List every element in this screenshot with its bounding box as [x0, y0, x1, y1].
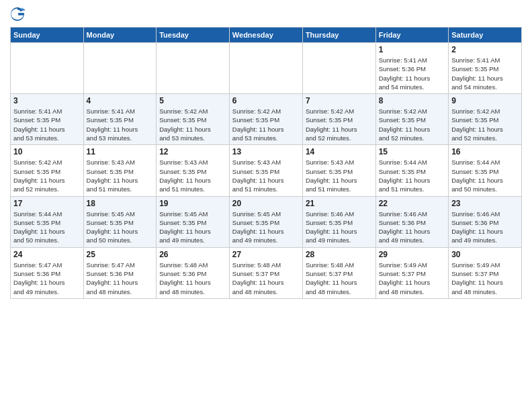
day-info: Sunrise: 5:41 AM Sunset: 5:35 PM Dayligh…: [87, 107, 154, 142]
logo: [10, 7, 28, 21]
day-number: 6: [232, 96, 300, 105]
day-number: 27: [232, 250, 300, 259]
day-info: Sunrise: 5:41 AM Sunset: 5:36 PM Dayligh…: [379, 56, 446, 91]
day-info: Sunrise: 5:47 AM Sunset: 5:36 PM Dayligh…: [13, 261, 81, 296]
day-info: Sunrise: 5:45 AM Sunset: 5:35 PM Dayligh…: [87, 210, 154, 245]
calendar-table: SundayMondayTuesdayWednesdayThursdayFrid…: [10, 27, 522, 299]
day-info: Sunrise: 5:43 AM Sunset: 5:35 PM Dayligh…: [306, 158, 373, 193]
day-info: Sunrise: 5:42 AM Sunset: 5:35 PM Dayligh…: [232, 107, 300, 142]
day-info: Sunrise: 5:49 AM Sunset: 5:37 PM Dayligh…: [451, 261, 519, 296]
calendar-header-tuesday: Tuesday: [157, 28, 230, 43]
day-number: 12: [159, 147, 226, 156]
day-number: 24: [13, 250, 81, 259]
calendar-cell: 22Sunrise: 5:46 AM Sunset: 5:36 PM Dayli…: [375, 196, 449, 247]
calendar-cell: 5Sunrise: 5:42 AM Sunset: 5:35 PM Daylig…: [157, 94, 230, 145]
day-info: Sunrise: 5:41 AM Sunset: 5:35 PM Dayligh…: [451, 56, 519, 91]
day-number: 21: [306, 199, 373, 208]
day-number: 20: [232, 199, 300, 208]
calendar-week-row: 3Sunrise: 5:41 AM Sunset: 5:35 PM Daylig…: [11, 94, 522, 145]
day-info: Sunrise: 5:42 AM Sunset: 5:35 PM Dayligh…: [306, 107, 373, 142]
day-info: Sunrise: 5:43 AM Sunset: 5:35 PM Dayligh…: [232, 158, 300, 193]
day-number: 16: [451, 147, 519, 156]
calendar-cell: 20Sunrise: 5:45 AM Sunset: 5:35 PM Dayli…: [229, 196, 302, 247]
day-info: Sunrise: 5:42 AM Sunset: 5:35 PM Dayligh…: [379, 107, 446, 142]
day-info: Sunrise: 5:49 AM Sunset: 5:37 PM Dayligh…: [379, 261, 446, 296]
calendar-cell: 11Sunrise: 5:43 AM Sunset: 5:35 PM Dayli…: [83, 145, 157, 196]
calendar-cell: [302, 43, 375, 94]
calendar-week-row: 17Sunrise: 5:44 AM Sunset: 5:35 PM Dayli…: [11, 196, 522, 247]
calendar-cell: [229, 43, 302, 94]
day-info: Sunrise: 5:48 AM Sunset: 5:36 PM Dayligh…: [159, 261, 226, 296]
day-info: Sunrise: 5:43 AM Sunset: 5:35 PM Dayligh…: [159, 158, 226, 193]
day-number: 29: [379, 250, 446, 259]
day-number: 30: [451, 250, 519, 259]
calendar-cell: 2Sunrise: 5:41 AM Sunset: 5:35 PM Daylig…: [449, 43, 522, 94]
calendar-cell: 8Sunrise: 5:42 AM Sunset: 5:35 PM Daylig…: [375, 94, 449, 145]
day-number: 14: [306, 147, 373, 156]
day-number: 13: [232, 147, 300, 156]
day-number: 26: [159, 250, 226, 259]
calendar-cell: 3Sunrise: 5:41 AM Sunset: 5:35 PM Daylig…: [11, 94, 84, 145]
calendar-cell: [157, 43, 230, 94]
day-number: 2: [451, 45, 519, 54]
calendar-cell: 4Sunrise: 5:41 AM Sunset: 5:35 PM Daylig…: [83, 94, 157, 145]
day-number: 9: [451, 96, 519, 105]
day-number: 8: [379, 96, 446, 105]
calendar-header-sunday: Sunday: [11, 28, 84, 43]
day-info: Sunrise: 5:41 AM Sunset: 5:35 PM Dayligh…: [13, 107, 81, 142]
calendar-header-thursday: Thursday: [302, 28, 375, 43]
day-number: 10: [13, 147, 81, 156]
calendar-cell: [83, 43, 157, 94]
day-info: Sunrise: 5:46 AM Sunset: 5:36 PM Dayligh…: [379, 210, 446, 245]
calendar-cell: 10Sunrise: 5:42 AM Sunset: 5:35 PM Dayli…: [11, 145, 84, 196]
calendar-cell: [11, 43, 84, 94]
calendar-cell: 23Sunrise: 5:46 AM Sunset: 5:36 PM Dayli…: [449, 196, 522, 247]
calendar-cell: 26Sunrise: 5:48 AM Sunset: 5:36 PM Dayli…: [157, 247, 230, 298]
day-info: Sunrise: 5:44 AM Sunset: 5:35 PM Dayligh…: [379, 158, 446, 193]
day-info: Sunrise: 5:46 AM Sunset: 5:36 PM Dayligh…: [451, 210, 519, 245]
calendar-cell: 1Sunrise: 5:41 AM Sunset: 5:36 PM Daylig…: [375, 43, 449, 94]
calendar-cell: 15Sunrise: 5:44 AM Sunset: 5:35 PM Dayli…: [375, 145, 449, 196]
calendar-header-monday: Monday: [83, 28, 157, 43]
calendar-header-row: SundayMondayTuesdayWednesdayThursdayFrid…: [11, 28, 522, 43]
day-number: 1: [379, 45, 446, 54]
calendar-week-row: 1Sunrise: 5:41 AM Sunset: 5:36 PM Daylig…: [11, 43, 522, 94]
calendar-header-friday: Friday: [375, 28, 449, 43]
day-info: Sunrise: 5:44 AM Sunset: 5:35 PM Dayligh…: [451, 158, 519, 193]
day-number: 25: [87, 250, 154, 259]
day-info: Sunrise: 5:47 AM Sunset: 5:36 PM Dayligh…: [87, 261, 154, 296]
day-info: Sunrise: 5:43 AM Sunset: 5:35 PM Dayligh…: [87, 158, 154, 193]
day-info: Sunrise: 5:44 AM Sunset: 5:35 PM Dayligh…: [13, 210, 81, 245]
day-info: Sunrise: 5:42 AM Sunset: 5:35 PM Dayligh…: [451, 107, 519, 142]
calendar-cell: 27Sunrise: 5:48 AM Sunset: 5:37 PM Dayli…: [229, 247, 302, 298]
logo-icon: [10, 7, 25, 21]
day-number: 22: [379, 199, 446, 208]
day-info: Sunrise: 5:42 AM Sunset: 5:35 PM Dayligh…: [159, 107, 226, 142]
calendar-cell: 7Sunrise: 5:42 AM Sunset: 5:35 PM Daylig…: [302, 94, 375, 145]
day-number: 7: [306, 96, 373, 105]
calendar-cell: 9Sunrise: 5:42 AM Sunset: 5:35 PM Daylig…: [449, 94, 522, 145]
calendar-cell: 19Sunrise: 5:45 AM Sunset: 5:35 PM Dayli…: [157, 196, 230, 247]
day-info: Sunrise: 5:48 AM Sunset: 5:37 PM Dayligh…: [232, 261, 300, 296]
day-info: Sunrise: 5:46 AM Sunset: 5:35 PM Dayligh…: [306, 210, 373, 245]
calendar-cell: 14Sunrise: 5:43 AM Sunset: 5:35 PM Dayli…: [302, 145, 375, 196]
day-number: 28: [306, 250, 373, 259]
calendar-cell: 16Sunrise: 5:44 AM Sunset: 5:35 PM Dayli…: [449, 145, 522, 196]
calendar-cell: 6Sunrise: 5:42 AM Sunset: 5:35 PM Daylig…: [229, 94, 302, 145]
day-number: 18: [87, 199, 154, 208]
calendar-cell: 17Sunrise: 5:44 AM Sunset: 5:35 PM Dayli…: [11, 196, 84, 247]
calendar-week-row: 10Sunrise: 5:42 AM Sunset: 5:35 PM Dayli…: [11, 145, 522, 196]
calendar-cell: 18Sunrise: 5:45 AM Sunset: 5:35 PM Dayli…: [83, 196, 157, 247]
calendar-cell: 13Sunrise: 5:43 AM Sunset: 5:35 PM Dayli…: [229, 145, 302, 196]
calendar-week-row: 24Sunrise: 5:47 AM Sunset: 5:36 PM Dayli…: [11, 247, 522, 298]
calendar-cell: 25Sunrise: 5:47 AM Sunset: 5:36 PM Dayli…: [83, 247, 157, 298]
day-number: 3: [13, 96, 81, 105]
day-number: 23: [451, 199, 519, 208]
calendar-header-saturday: Saturday: [449, 28, 522, 43]
day-number: 15: [379, 147, 446, 156]
calendar-cell: 28Sunrise: 5:48 AM Sunset: 5:37 PM Dayli…: [302, 247, 375, 298]
calendar-header-wednesday: Wednesday: [229, 28, 302, 43]
day-number: 11: [87, 147, 154, 156]
calendar-cell: 30Sunrise: 5:49 AM Sunset: 5:37 PM Dayli…: [449, 247, 522, 298]
calendar-cell: 21Sunrise: 5:46 AM Sunset: 5:35 PM Dayli…: [302, 196, 375, 247]
